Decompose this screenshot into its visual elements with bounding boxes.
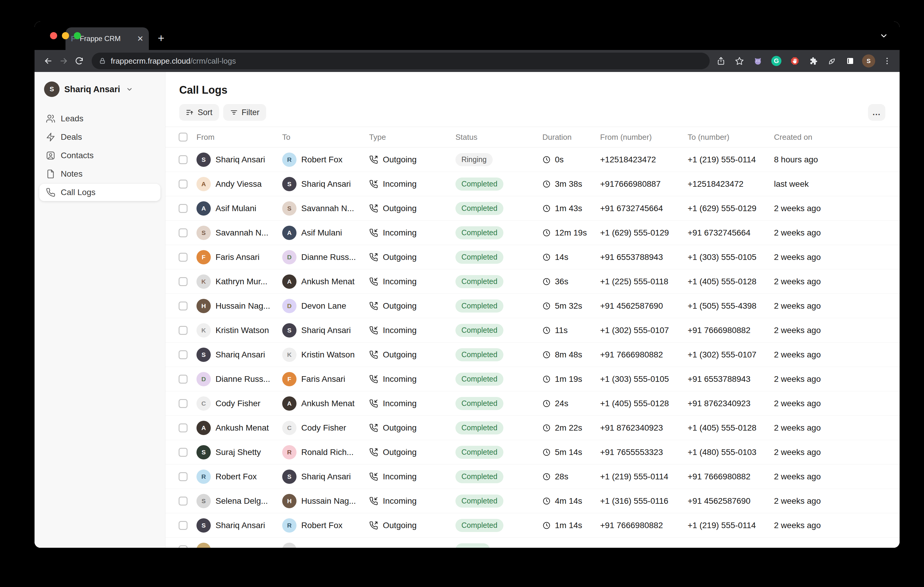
created-on: 2 weeks ago xyxy=(774,374,899,384)
extensions-puzzle-icon[interactable] xyxy=(807,54,820,67)
row-checkbox[interactable] xyxy=(178,423,188,432)
status-badge: Completed xyxy=(455,226,503,239)
sidebar-item-contacts[interactable]: Contacts xyxy=(39,147,160,164)
extension-sidebar-icon[interactable] xyxy=(844,54,857,67)
table-row[interactable]: A Ankush Menat C Cody Fisher Outgoing Co… xyxy=(165,416,899,440)
share-icon[interactable] xyxy=(714,54,728,67)
extension-github-icon[interactable] xyxy=(751,54,764,67)
table-row[interactable]: S Shariq Ansari R Robert Fox Outgoing Ri… xyxy=(165,148,899,172)
table-row[interactable]: S Shariq Ansari R Robert Fox Outgoing Co… xyxy=(165,513,899,538)
reload-button[interactable] xyxy=(71,53,87,69)
more-options-button[interactable]: ... xyxy=(868,104,885,121)
row-checkbox[interactable] xyxy=(178,472,188,481)
column-header-duration[interactable]: Duration xyxy=(542,133,600,142)
row-checkbox[interactable] xyxy=(178,375,188,384)
close-button[interactable] xyxy=(50,32,57,39)
row-checkbox[interactable] xyxy=(178,497,188,505)
from-cell: K Kathryn Mur... xyxy=(196,275,282,289)
url-bar[interactable]: frappecrm.frappe.cloud/crm/call-logs xyxy=(92,53,710,69)
from-number: +1 (302) 555-0107 xyxy=(600,326,688,335)
bookmark-star-icon[interactable] xyxy=(733,54,746,67)
table-row[interactable]: F Faris Ansari D Dianne Russ... Outgoing… xyxy=(165,245,899,270)
column-header-from[interactable]: From xyxy=(196,133,282,142)
column-header-to-number[interactable]: To (number) xyxy=(688,133,774,142)
select-all-checkbox[interactable] xyxy=(178,133,188,141)
row-checkbox[interactable] xyxy=(178,301,188,311)
row-checkbox[interactable] xyxy=(178,350,188,359)
row-checkbox[interactable] xyxy=(178,277,188,286)
row-checkbox[interactable] xyxy=(178,521,188,530)
sidebar-item-leads[interactable]: Leads xyxy=(39,110,160,127)
sort-button[interactable]: Sort xyxy=(179,104,219,121)
table-row[interactable]: K Kristin Watson S Shariq Ansari Incomin… xyxy=(165,318,899,342)
table-row[interactable] xyxy=(165,538,899,548)
sidebar-item-call-logs[interactable]: Call Logs xyxy=(39,184,160,201)
sidebar-item-label: Call Logs xyxy=(61,187,96,197)
duration-value: 3m 38s xyxy=(555,179,582,189)
type-label: Incoming xyxy=(383,496,417,506)
type-cell: Incoming xyxy=(369,399,455,408)
row-checkbox[interactable] xyxy=(178,326,188,335)
row-checkbox[interactable] xyxy=(178,229,188,237)
status-badge: Completed xyxy=(455,324,503,337)
row-checkbox[interactable] xyxy=(178,399,188,408)
outgoing-call-icon xyxy=(369,155,378,164)
forward-button[interactable] xyxy=(56,53,71,69)
browser-profile-avatar[interactable]: S xyxy=(862,54,875,67)
table-row[interactable]: R Robert Fox S Shariq Ansari Incoming Co… xyxy=(165,464,899,489)
table-row[interactable]: S Selena Delg... H Hussain Nag... Incomi… xyxy=(165,489,899,513)
outgoing-call-icon xyxy=(369,448,378,457)
row-checkbox[interactable] xyxy=(178,179,188,189)
column-header-status[interactable]: Status xyxy=(455,133,542,142)
row-checkbox[interactable] xyxy=(178,448,188,457)
table-row[interactable]: S Savannah N... A Asif Mulani Incoming C… xyxy=(165,220,899,245)
zoom-button[interactable] xyxy=(74,32,81,39)
clock-icon xyxy=(542,326,551,335)
from-name: Savannah N... xyxy=(216,228,268,238)
column-header-created-on[interactable]: Created on xyxy=(774,133,899,142)
to-number: +91 4562587690 xyxy=(688,496,774,506)
row-checkbox[interactable] xyxy=(178,204,188,213)
extension-adblock-icon[interactable] xyxy=(788,54,801,67)
sidebar-item-deals[interactable]: Deals xyxy=(39,128,160,146)
column-header-type[interactable]: Type xyxy=(369,133,455,142)
new-tab-button[interactable]: + xyxy=(158,32,164,44)
table-row[interactable]: S Shariq Ansari K Kristin Watson Outgoin… xyxy=(165,342,899,367)
browser-menu-icon[interactable] xyxy=(881,54,894,67)
tab-close-icon[interactable]: ✕ xyxy=(137,34,144,43)
from-name: Robert Fox xyxy=(216,472,257,482)
sidebar-item-label: Notes xyxy=(61,169,82,179)
from-number: +91 6553788943 xyxy=(600,252,688,262)
type-cell: Outgoing xyxy=(369,204,455,213)
from-name: Hussain Nag... xyxy=(216,301,270,311)
created-on: 2 weeks ago xyxy=(774,472,899,482)
minimize-button[interactable] xyxy=(62,32,69,39)
column-header-from-number[interactable]: From (number) xyxy=(600,133,688,142)
table-row[interactable]: K Kathryn Mur... A Ankush Menat Incoming… xyxy=(165,270,899,294)
column-header-to[interactable]: To xyxy=(282,133,369,142)
from-number: +91 7666980882 xyxy=(600,350,688,360)
table-row[interactable]: S Suraj Shetty R Ronald Rich... Outgoing… xyxy=(165,440,899,464)
to-avatar: H xyxy=(282,494,297,508)
extension-darkreader-icon[interactable] xyxy=(825,54,838,67)
sidebar-item-notes[interactable]: Notes xyxy=(39,165,160,183)
table-row[interactable]: C Cody Fisher A Ankush Menat Incoming Co… xyxy=(165,391,899,416)
extension-grammarly-icon[interactable]: G xyxy=(770,54,783,67)
row-checkbox[interactable] xyxy=(178,253,188,262)
row-checkbox[interactable] xyxy=(178,545,188,548)
duration-value: 12m 19s xyxy=(555,228,587,238)
table-row[interactable]: D Dianne Russ... F Faris Ansari Incoming… xyxy=(165,367,899,391)
filter-button[interactable]: Filter xyxy=(223,104,266,121)
duration-cell: 1m 19s xyxy=(542,374,600,384)
row-checkbox[interactable] xyxy=(178,155,188,164)
to-name: Ronald Rich... xyxy=(301,447,354,457)
table-row[interactable]: H Hussain Nag... D Devon Lane Outgoing C… xyxy=(165,294,899,318)
table-row[interactable]: A Andy Viessa S Shariq Ansari Incoming C… xyxy=(165,172,899,196)
table-row[interactable]: A Asif Mulani S Savannah N... Outgoing C… xyxy=(165,196,899,220)
created-on: 2 weeks ago xyxy=(774,204,899,213)
user-profile-dropdown[interactable]: S Shariq Ansari xyxy=(35,82,165,97)
tab-search-chevron-icon[interactable] xyxy=(880,32,888,39)
status-badge: Completed xyxy=(455,275,503,288)
back-button[interactable] xyxy=(41,53,56,69)
type-label: Outgoing xyxy=(383,252,417,262)
